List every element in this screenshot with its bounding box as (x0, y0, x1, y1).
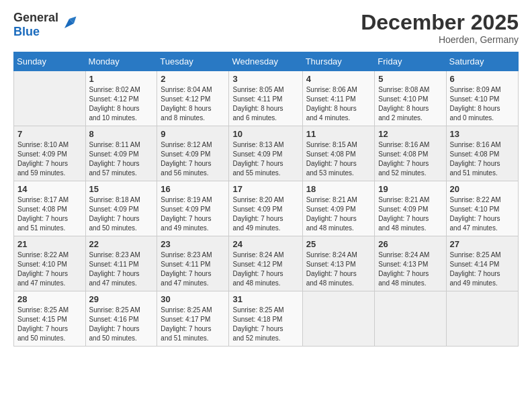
title-block: December 2025 Hoerden, Germany (361, 11, 519, 45)
day-info: Sunrise: 8:22 AMSunset: 4:10 PMDaylight:… (450, 195, 515, 233)
day-info: Sunrise: 8:11 AMSunset: 4:09 PMDaylight:… (89, 140, 154, 178)
day-cell: 8Sunrise: 8:11 AMSunset: 4:09 PMDaylight… (85, 126, 157, 181)
day-cell (302, 291, 375, 347)
day-number: 14 (17, 184, 82, 194)
day-cell: 12Sunrise: 8:16 AMSunset: 4:08 PMDayligh… (375, 126, 446, 181)
day-cell: 16Sunrise: 8:19 AMSunset: 4:09 PMDayligh… (157, 181, 229, 236)
month-title: December 2025 (361, 11, 519, 34)
day-info: Sunrise: 8:05 AMSunset: 4:11 PMDaylight:… (232, 85, 298, 123)
calendar-body: 1Sunrise: 8:02 AMSunset: 4:12 PMDaylight… (14, 71, 519, 347)
day-cell (14, 71, 86, 126)
day-number: 31 (232, 294, 298, 304)
logo-general-text: General (13, 11, 58, 25)
day-cell: 1Sunrise: 8:02 AMSunset: 4:12 PMDaylight… (85, 71, 157, 126)
day-number: 27 (450, 239, 515, 249)
day-number: 29 (89, 294, 154, 304)
week-row-1: 7Sunrise: 8:10 AMSunset: 4:09 PMDaylight… (14, 126, 519, 181)
day-number: 15 (89, 184, 154, 194)
day-info: Sunrise: 8:24 AMSunset: 4:13 PMDaylight:… (306, 250, 371, 288)
day-number: 16 (161, 184, 225, 194)
day-info: Sunrise: 8:25 AMSunset: 4:14 PMDaylight:… (450, 250, 515, 288)
location: Hoerden, Germany (361, 34, 519, 45)
day-info: Sunrise: 8:16 AMSunset: 4:08 PMDaylight:… (450, 140, 515, 178)
calendar-container: General Blue December 2025 Hoerden, Germ… (0, 0, 532, 353)
day-info: Sunrise: 8:25 AMSunset: 4:17 PMDaylight:… (161, 306, 225, 343)
day-cell: 24Sunrise: 8:24 AMSunset: 4:12 PMDayligh… (229, 236, 302, 291)
header-cell-monday: Monday (85, 52, 157, 71)
day-info: Sunrise: 8:23 AMSunset: 4:11 PMDaylight:… (161, 250, 225, 288)
day-cell: 25Sunrise: 8:24 AMSunset: 4:13 PMDayligh… (302, 236, 375, 291)
day-cell: 15Sunrise: 8:18 AMSunset: 4:09 PMDayligh… (85, 181, 157, 236)
day-number: 11 (306, 129, 371, 139)
logo-blue-text: Blue (13, 25, 58, 39)
week-row-2: 14Sunrise: 8:17 AMSunset: 4:08 PMDayligh… (14, 181, 519, 236)
day-number: 10 (232, 129, 298, 139)
day-cell: 7Sunrise: 8:10 AMSunset: 4:09 PMDaylight… (14, 126, 86, 181)
day-info: Sunrise: 8:21 AMSunset: 4:09 PMDaylight:… (306, 195, 371, 233)
day-number: 20 (450, 184, 515, 194)
day-number: 19 (378, 184, 442, 194)
day-cell: 6Sunrise: 8:09 AMSunset: 4:10 PMDaylight… (446, 71, 518, 126)
logo-bird-icon (60, 14, 79, 33)
day-info: Sunrise: 8:17 AMSunset: 4:08 PMDaylight:… (17, 195, 82, 233)
header-cell-friday: Friday (375, 52, 446, 71)
day-cell: 5Sunrise: 8:08 AMSunset: 4:10 PMDaylight… (375, 71, 446, 126)
day-number: 12 (378, 129, 442, 139)
header-cell-saturday: Saturday (446, 52, 518, 71)
day-number: 3 (232, 74, 298, 84)
day-cell: 30Sunrise: 8:25 AMSunset: 4:17 PMDayligh… (157, 291, 229, 347)
day-number: 21 (17, 239, 82, 249)
week-row-0: 1Sunrise: 8:02 AMSunset: 4:12 PMDaylight… (14, 71, 519, 126)
day-info: Sunrise: 8:16 AMSunset: 4:08 PMDaylight:… (378, 140, 442, 178)
day-number: 28 (17, 294, 82, 304)
day-cell: 17Sunrise: 8:20 AMSunset: 4:09 PMDayligh… (229, 181, 302, 236)
day-info: Sunrise: 8:18 AMSunset: 4:09 PMDaylight:… (89, 195, 154, 233)
day-info: Sunrise: 8:23 AMSunset: 4:11 PMDaylight:… (89, 250, 154, 288)
day-info: Sunrise: 8:25 AMSunset: 4:16 PMDaylight:… (89, 306, 154, 343)
day-cell: 29Sunrise: 8:25 AMSunset: 4:16 PMDayligh… (85, 291, 157, 347)
day-info: Sunrise: 8:25 AMSunset: 4:15 PMDaylight:… (17, 306, 82, 343)
day-cell: 23Sunrise: 8:23 AMSunset: 4:11 PMDayligh… (157, 236, 229, 291)
header-cell-sunday: Sunday (14, 52, 86, 71)
header-cell-tuesday: Tuesday (157, 52, 229, 71)
day-info: Sunrise: 8:10 AMSunset: 4:09 PMDaylight:… (17, 140, 82, 178)
day-cell: 4Sunrise: 8:06 AMSunset: 4:11 PMDaylight… (302, 71, 375, 126)
day-number: 1 (89, 74, 154, 84)
day-number: 9 (161, 129, 225, 139)
day-info: Sunrise: 8:20 AMSunset: 4:09 PMDaylight:… (232, 195, 298, 233)
day-cell: 20Sunrise: 8:22 AMSunset: 4:10 PMDayligh… (446, 181, 518, 236)
day-cell: 27Sunrise: 8:25 AMSunset: 4:14 PMDayligh… (446, 236, 518, 291)
day-info: Sunrise: 8:21 AMSunset: 4:09 PMDaylight:… (378, 195, 442, 233)
calendar-table: SundayMondayTuesdayWednesdayThursdayFrid… (13, 52, 519, 347)
day-cell: 3Sunrise: 8:05 AMSunset: 4:11 PMDaylight… (229, 71, 302, 126)
day-number: 23 (161, 239, 225, 249)
day-info: Sunrise: 8:22 AMSunset: 4:10 PMDaylight:… (17, 250, 82, 288)
day-number: 8 (89, 129, 154, 139)
day-info: Sunrise: 8:02 AMSunset: 4:12 PMDaylight:… (89, 85, 154, 123)
day-cell: 10Sunrise: 8:13 AMSunset: 4:09 PMDayligh… (229, 126, 302, 181)
day-cell: 11Sunrise: 8:15 AMSunset: 4:08 PMDayligh… (302, 126, 375, 181)
day-number: 26 (378, 239, 442, 249)
day-number: 4 (306, 74, 371, 84)
day-cell: 18Sunrise: 8:21 AMSunset: 4:09 PMDayligh… (302, 181, 375, 236)
header-cell-thursday: Thursday (302, 52, 375, 71)
day-cell (446, 291, 518, 347)
day-cell: 21Sunrise: 8:22 AMSunset: 4:10 PMDayligh… (14, 236, 86, 291)
day-cell: 26Sunrise: 8:24 AMSunset: 4:13 PMDayligh… (375, 236, 446, 291)
logo: General Blue (13, 11, 79, 39)
day-info: Sunrise: 8:15 AMSunset: 4:08 PMDaylight:… (306, 140, 371, 178)
day-number: 18 (306, 184, 371, 194)
day-info: Sunrise: 8:24 AMSunset: 4:13 PMDaylight:… (378, 250, 442, 288)
day-number: 13 (450, 129, 515, 139)
day-number: 22 (89, 239, 154, 249)
day-number: 2 (161, 74, 225, 84)
day-info: Sunrise: 8:19 AMSunset: 4:09 PMDaylight:… (161, 195, 225, 233)
day-info: Sunrise: 8:09 AMSunset: 4:10 PMDaylight:… (450, 85, 515, 123)
day-info: Sunrise: 8:25 AMSunset: 4:18 PMDaylight:… (232, 306, 298, 343)
calendar-header: SundayMondayTuesdayWednesdayThursdayFrid… (14, 52, 519, 71)
day-info: Sunrise: 8:12 AMSunset: 4:09 PMDaylight:… (161, 140, 225, 178)
day-number: 25 (306, 239, 371, 249)
logo-name: General Blue (13, 11, 58, 39)
day-info: Sunrise: 8:04 AMSunset: 4:12 PMDaylight:… (161, 85, 225, 123)
header: General Blue December 2025 Hoerden, Germ… (13, 11, 519, 45)
